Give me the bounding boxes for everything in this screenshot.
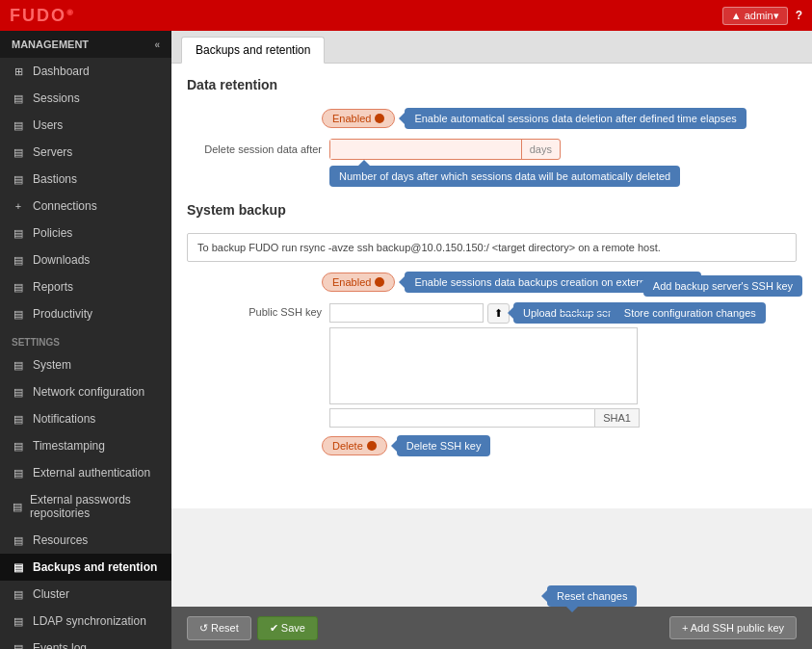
sidebar-item-reports[interactable]: ▤ Reports — [0, 273, 171, 300]
sidebar-item-label: LDAP synchronization — [33, 614, 146, 628]
sidebar-item-notifications[interactable]: ▤ Notifications — [0, 405, 171, 432]
sidebar-item-downloads[interactable]: ▤ Downloads — [0, 247, 171, 273]
sidebar-item-resources[interactable]: ▤ Resources — [0, 527, 171, 554]
help-button[interactable]: ? — [796, 9, 802, 22]
sidebar-item-label: Users — [33, 118, 63, 132]
delete-session-label: Delete session data after — [187, 143, 322, 155]
upload-row: ⬆ Upload backup server user's public SSH… — [329, 302, 742, 324]
sidebar-item-ext-passwords[interactable]: ▤ External passwords repositories — [0, 486, 171, 527]
sidebar-item-label: System — [33, 358, 71, 372]
sidebar-item-connections[interactable]: + Connections — [0, 193, 171, 220]
sidebar-item-label: Policies — [33, 226, 72, 240]
sidebar-item-users[interactable]: ▤ Users — [0, 112, 171, 139]
resources-icon: ▤ — [12, 534, 25, 547]
reports-icon: ▤ — [12, 281, 25, 294]
upload-icon: ⬆ — [494, 307, 503, 320]
save-button[interactable]: ✔ Save — [257, 616, 318, 640]
app-logo: FUDO◉ — [10, 6, 75, 26]
sidebar-item-label: Bastions — [33, 172, 77, 186]
ext-auth-icon: ▤ — [12, 467, 25, 480]
delete-dot — [367, 441, 377, 451]
sidebar-item-label: Backups and retention — [33, 560, 157, 574]
bottom-left-buttons: ↺ Reset ✔ Save — [187, 616, 318, 640]
sidebar-item-ldap[interactable]: ▤ LDAP synchronization — [0, 608, 171, 635]
ssh-key-area-wrap: ⬆ Upload backup server user's public SSH… — [329, 302, 742, 404]
tab-backups[interactable]: Backups and retention — [181, 37, 325, 64]
sidebar-item-label: Servers — [33, 145, 72, 159]
sidebar-item-sessions[interactable]: ▤ Sessions — [0, 85, 171, 112]
downloads-icon: ▤ — [12, 254, 25, 267]
public-key-input[interactable] — [329, 303, 484, 323]
sidebar-item-label: Productivity — [33, 307, 92, 321]
dashboard-icon: ⊞ — [12, 65, 25, 78]
sidebar-item-network[interactable]: ▤ Network configuration — [0, 378, 171, 405]
sidebar-item-label: Downloads — [33, 253, 90, 267]
bottom-bar: ↺ Reset ✔ Save + Add SSH public key — [171, 607, 812, 649]
sidebar-item-label: External authentication — [33, 466, 150, 480]
enabled-toggle-backup[interactable]: Enabled — [322, 273, 395, 292]
sidebar-item-label: External passwords repositories — [30, 493, 160, 520]
enabled-row-backup: Enabled Enable sessions data backups cre… — [322, 272, 797, 293]
sidebar-item-label: Notifications — [33, 412, 95, 426]
ldap-icon: ▤ — [12, 615, 25, 628]
enabled-toggle-retention[interactable]: Enabled — [322, 109, 395, 128]
backups-icon: ▤ — [12, 561, 25, 574]
toggle-dot-retention — [375, 114, 384, 123]
delete-session-row: Delete session data after days — [187, 139, 797, 160]
delete-key-button[interactable]: Delete — [322, 436, 387, 455]
sidebar-header: Management « — [0, 31, 171, 58]
topbar: FUDO◉ ▲ admin▾ ? — [0, 0, 812, 31]
sidebar-item-events[interactable]: ▤ Events log — [0, 635, 171, 649]
sidebar-item-backups[interactable]: ▤ Backups and retention — [0, 554, 171, 581]
days-input[interactable] — [330, 140, 521, 159]
backup-info-box: To backup FUDO run rsync -avze ssh backu… — [187, 233, 797, 262]
enable-backup-tooltip: Enable sessions data backups creation on… — [405, 272, 700, 293]
tab-bar: Backups and retention — [171, 31, 812, 64]
days-input-wrap: days — [329, 139, 561, 160]
days-tooltip-wrap: Number of days after which sessions data… — [329, 164, 797, 187]
sidebar-item-ext-auth[interactable]: ▤ External authentication — [0, 459, 171, 486]
sessions-icon: ▤ — [12, 92, 25, 105]
users-icon: ▤ — [12, 119, 25, 132]
ssh-key-textarea[interactable] — [329, 327, 638, 404]
sidebar-item-cluster[interactable]: ▤ Cluster — [0, 581, 171, 608]
upload-key-button[interactable]: ⬆ — [487, 303, 510, 324]
bottom-bar-wrap: Reset changes ↺ Reset ✔ Save + Add SSH p… — [171, 607, 812, 649]
sidebar-item-bastions[interactable]: ▤ Bastions — [0, 166, 171, 193]
days-suffix: days — [521, 140, 560, 159]
toggle-dot-backup — [375, 277, 384, 287]
sidebar-item-label: Sessions — [33, 91, 80, 105]
enabled-row-retention: Enabled Enable automatical sessions data… — [322, 108, 797, 129]
timestamping-icon: ▤ — [12, 440, 25, 453]
sidebar-item-productivity[interactable]: ▤ Productivity — [0, 300, 171, 327]
sidebar-item-label: Reports — [33, 280, 73, 294]
sidebar-item-timestamping[interactable]: ▤ Timestamping — [0, 432, 171, 459]
sidebar-item-label: Network configuration — [33, 385, 144, 399]
topbar-right: ▲ admin▾ ? — [722, 7, 802, 25]
sidebar-item-system[interactable]: ▤ System — [0, 351, 171, 378]
admin-button[interactable]: ▲ admin▾ — [722, 7, 788, 25]
sha-label: SHA1 — [595, 408, 640, 428]
notifications-icon: ▤ — [12, 413, 25, 426]
sidebar-collapse-button[interactable]: « — [154, 39, 160, 50]
bastions-icon: ▤ — [12, 173, 25, 186]
sidebar-title: Management — [12, 39, 89, 50]
days-tooltip: Number of days after which sessions data… — [329, 166, 680, 187]
sha-input[interactable] — [329, 408, 595, 428]
network-icon: ▤ — [12, 386, 25, 399]
data-retention-title: Data retention — [187, 77, 797, 96]
reset-button[interactable]: ↺ Reset — [187, 616, 251, 640]
sidebar-item-label: Events log — [33, 641, 87, 649]
add-ssh-button[interactable]: + Add SSH public key — [669, 616, 797, 639]
productivity-icon: ▤ — [12, 308, 25, 321]
sidebar-item-servers[interactable]: ▤ Servers — [0, 139, 171, 166]
sidebar-item-dashboard[interactable]: ⊞ Dashboard — [0, 58, 171, 85]
delete-session-group: Delete session data after days Number of… — [187, 139, 797, 187]
sidebar-item-policies[interactable]: ▤ Policies — [0, 220, 171, 247]
connections-icon: + — [12, 200, 25, 212]
public-key-row: Public SSH key ⬆ Upload backup server us… — [187, 302, 797, 404]
sidebar: Management « ⊞ Dashboard ▤ Sessions ▤ Us… — [0, 31, 171, 649]
policies-icon: ▤ — [12, 227, 25, 240]
system-icon: ▤ — [12, 359, 25, 372]
sidebar-item-label: Connections — [33, 199, 97, 213]
